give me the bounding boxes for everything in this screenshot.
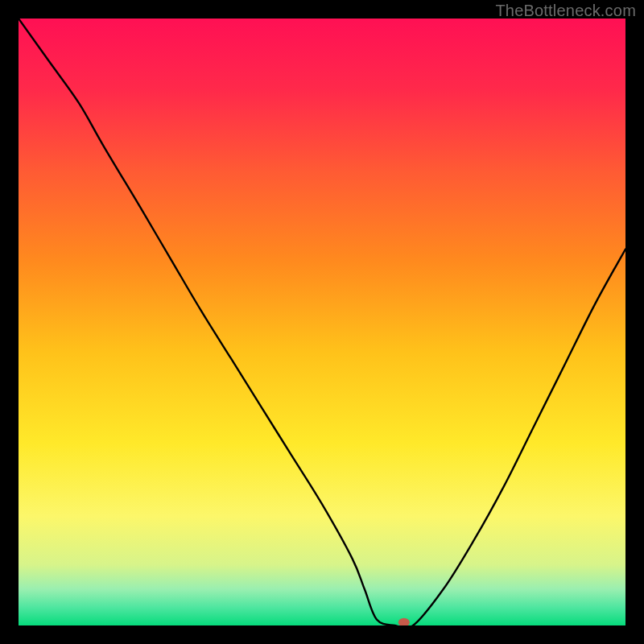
plot-area	[19, 19, 625, 625]
gradient-background	[19, 19, 625, 625]
watermark-text: TheBottleneck.com	[495, 2, 636, 20]
chart-frame: TheBottleneck.com	[0, 0, 644, 644]
chart-svg	[19, 19, 625, 625]
